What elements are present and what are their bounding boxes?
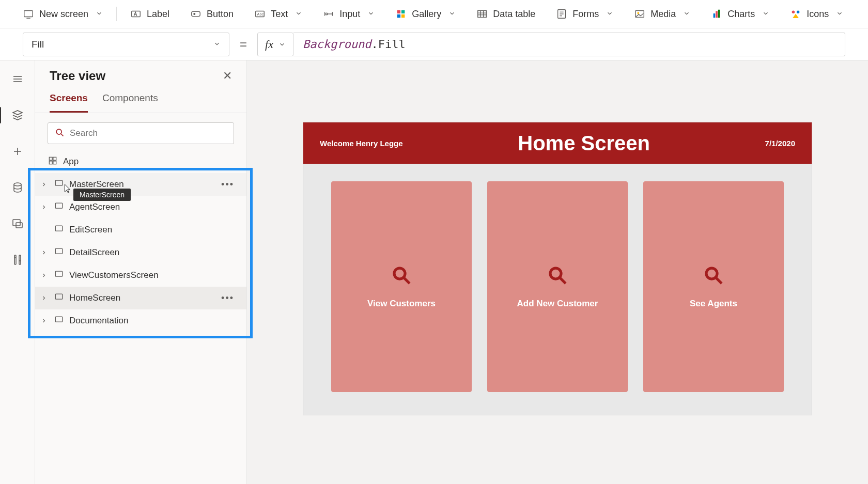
tree-view-panel: Tree view ✕ Screens Components App [35,60,247,484]
svg-rect-48 [53,161,56,164]
welcome-text: Welcome Henry Legge [320,139,403,148]
left-rail [0,60,35,484]
label-button[interactable]: Label [123,5,177,23]
tile-see-agents[interactable]: See Agents [643,181,784,392]
equals-sign: = [237,37,250,52]
svg-rect-12 [401,10,405,13]
screen-title: Home Screen [518,132,650,155]
table-icon [476,8,488,20]
canvas[interactable]: Welcome Henry Legge Home Screen 7/1/2020… [247,60,868,484]
screen-icon [54,315,64,327]
tooltip: MasterScreen [73,189,131,201]
chevron-down-icon [367,9,375,20]
tree-item-detailscreen[interactable]: DetailScreen [35,241,246,264]
text-button[interactable]: Abc Text [247,5,309,23]
more-icon[interactable]: ••• [219,179,236,190]
formula-property: Fill [378,38,406,51]
tree-item-label: AgentScreen [69,202,120,212]
svg-rect-49 [55,180,62,185]
expand-icon[interactable] [39,272,49,278]
svg-rect-46 [53,157,56,160]
app-icon [48,155,58,168]
search-icon [54,127,65,139]
chevron-down-icon [96,9,103,20]
tile-add-new-customer[interactable]: Add New Customer [487,181,628,392]
expand-icon[interactable] [39,181,49,188]
date-text: 7/1/2020 [765,139,795,148]
property-selector[interactable]: Fill [23,33,229,56]
search-icon [547,264,568,288]
tree-view-title: Tree view [50,69,105,83]
tab-screens[interactable]: Screens [50,88,88,113]
formula-input[interactable]: Background.Fill [293,33,845,56]
search-icon [391,264,412,288]
svg-text:Abc: Abc [257,12,264,17]
tree-item-app[interactable]: App [35,150,246,173]
new-screen-button[interactable]: New screen [16,5,110,23]
svg-line-61 [716,278,722,284]
svg-rect-15 [478,11,487,18]
media-button[interactable]: Media [627,5,698,23]
screen-icon [23,8,34,20]
chevron-down-icon [213,39,221,50]
button-button[interactable]: Button [183,5,241,23]
new-screen-label: New screen [39,9,88,20]
gallery-button[interactable]: Gallery [388,5,463,23]
tree-item-viewcustomersscreen[interactable]: ViewCustomersScreen [35,264,246,287]
insert-button[interactable] [6,140,29,163]
formula-dot: . [371,38,378,51]
svg-rect-13 [397,14,400,18]
forms-label: Forms [572,9,599,20]
tree-item-label: Documentation [69,316,128,326]
close-icon[interactable]: ✕ [223,69,232,83]
hamburger-button[interactable] [6,68,29,90]
expand-icon[interactable] [39,318,49,324]
media-label: Media [650,9,676,20]
tree-item-label: DetailScreen [69,247,119,258]
tree-item-masterscreen[interactable]: MasterScreen ••• MasterScreen [35,173,246,196]
tree-item-label: EditScreen [69,225,112,235]
data-table-label: Data table [493,9,535,20]
svg-line-44 [61,134,63,136]
forms-button[interactable]: Forms [549,5,621,23]
tree-item-editscreen[interactable]: EditScreen [35,218,246,241]
search-input[interactable] [70,128,227,138]
media-panel-button[interactable] [6,212,29,235]
tree-view-button[interactable] [6,104,29,127]
chevron-down-icon [762,9,769,20]
home-screen-preview[interactable]: Welcome Henry Legge Home Screen 7/1/2020… [303,122,812,415]
svg-point-29 [792,11,795,13]
chevron-down-icon [278,38,286,51]
tree-item-homescreen[interactable]: HomeScreen ••• [35,287,246,309]
chevron-down-icon [836,9,843,20]
svg-rect-53 [55,271,62,276]
more-icon[interactable]: ••• [219,293,236,304]
charts-icon [711,8,722,20]
property-name: Fill [32,39,44,50]
tree-search[interactable] [48,122,234,144]
svg-rect-52 [55,248,62,254]
tools-button[interactable] [6,248,29,271]
chevron-down-icon [683,9,690,20]
input-button[interactable]: Input [316,5,382,23]
tile-view-customers[interactable]: View Customers [331,181,472,392]
tree-item-documentation[interactable]: Documentation [35,309,246,332]
screen-icon [54,224,64,237]
tab-components[interactable]: Components [102,88,158,113]
charts-button[interactable]: Charts [704,5,777,23]
svg-rect-27 [716,11,718,18]
text-label: Text [271,9,288,20]
fx-button[interactable]: fx [257,33,293,56]
data-table-button[interactable]: Data table [469,5,542,23]
tree-item-agentscreen[interactable]: AgentScreen [35,196,246,218]
expand-icon[interactable] [39,295,49,301]
insert-ribbon: New screen Label Button Abc Text Input G… [0,0,868,28]
icons-button[interactable]: Icons [783,5,850,23]
expand-icon[interactable] [39,249,49,256]
data-button[interactable] [6,176,29,199]
charts-label: Charts [727,9,755,20]
icons-label: Icons [807,9,829,20]
svg-point-30 [797,11,800,13]
svg-rect-28 [718,10,720,18]
expand-icon[interactable] [39,204,49,210]
